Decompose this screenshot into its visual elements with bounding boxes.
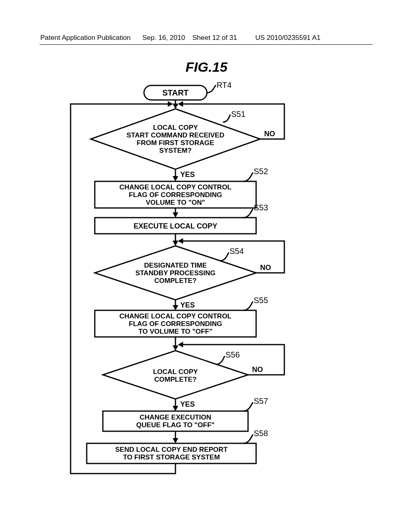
header-rule bbox=[40, 44, 373, 45]
header-left: Patent Application Publication bbox=[40, 34, 131, 42]
svg-marker-31 bbox=[178, 342, 183, 347]
svg-marker-13 bbox=[173, 212, 178, 218]
svg-marker-1 bbox=[173, 104, 178, 109]
s56-no: NO bbox=[252, 366, 263, 374]
svg-text:SEND LOCAL COPY END REPORT: SEND LOCAL COPY END REPORT bbox=[115, 446, 228, 453]
s51-ref: S51 bbox=[231, 110, 246, 118]
s58-ref: S58 bbox=[254, 429, 268, 438]
svg-text:START: START bbox=[162, 88, 188, 97]
svg-marker-36 bbox=[173, 438, 178, 443]
s57-process: CHANGE EXECUTION QUEUE FLAG TO "OFF" bbox=[103, 411, 248, 431]
svg-marker-32 bbox=[173, 406, 178, 411]
svg-text:LOCAL COPY: LOCAL COPY bbox=[153, 368, 198, 376]
s54-yes: YES bbox=[180, 301, 195, 309]
svg-text:VOLUME TO "ON": VOLUME TO "ON" bbox=[146, 199, 205, 206]
svg-marker-7 bbox=[178, 101, 183, 107]
svg-text:FROM FIRST STORAGE: FROM FIRST STORAGE bbox=[137, 139, 214, 147]
s51-yes: YES bbox=[180, 170, 195, 179]
svg-text:TO VOLUME TO "OFF": TO VOLUME TO "OFF" bbox=[138, 328, 213, 335]
s55-ref: S55 bbox=[254, 296, 268, 305]
s54-ref: S54 bbox=[229, 247, 244, 256]
s54-no: NO bbox=[260, 264, 271, 272]
start-node: START bbox=[144, 85, 207, 100]
svg-marker-16 bbox=[173, 241, 178, 246]
svg-text:FLAG OF CORRESPONDING: FLAG OF CORRESPONDING bbox=[129, 320, 222, 328]
s52-ref: S52 bbox=[254, 167, 268, 176]
svg-text:QUEUE FLAG TO "OFF": QUEUE FLAG TO "OFF" bbox=[136, 421, 215, 429]
svg-marker-40 bbox=[168, 101, 173, 107]
svg-marker-8 bbox=[173, 176, 178, 181]
header-date: Sep. 16, 2010 bbox=[142, 34, 185, 42]
s51-no: NO bbox=[264, 130, 275, 138]
figure-title: FIG.15 bbox=[0, 59, 413, 75]
flowchart: START RT4 LOCAL COPY START COMMAND RECEI… bbox=[71, 85, 353, 509]
s58-process: SEND LOCAL COPY END REPORT TO FIRST STOR… bbox=[87, 443, 256, 463]
header-sheet: Sheet 12 of 31 bbox=[192, 34, 237, 42]
svg-text:CHANGE LOCAL COPY CONTROL: CHANGE LOCAL COPY CONTROL bbox=[119, 183, 232, 191]
header-pubno: US 2010/0235591 A1 bbox=[255, 34, 321, 42]
s53-ref: S53 bbox=[254, 203, 268, 212]
svg-text:COMPLETE?: COMPLETE? bbox=[154, 277, 197, 285]
svg-text:FLAG OF CORRESPONDING: FLAG OF CORRESPONDING bbox=[129, 191, 222, 199]
svg-text:COMPLETE?: COMPLETE? bbox=[154, 376, 197, 383]
s53-process: EXECUTE LOCAL COPY bbox=[95, 218, 256, 234]
svg-text:CHANGE LOCAL COPY CONTROL: CHANGE LOCAL COPY CONTROL bbox=[119, 312, 232, 320]
s57-ref: S57 bbox=[254, 397, 268, 405]
s56-ref: S56 bbox=[225, 350, 240, 359]
svg-text:EXECUTE LOCAL COPY: EXECUTE LOCAL COPY bbox=[133, 222, 217, 230]
svg-text:TO FIRST STORAGE SYSTEM: TO FIRST STORAGE SYSTEM bbox=[123, 453, 220, 461]
svg-text:SYSTEM?: SYSTEM? bbox=[159, 147, 192, 154]
svg-marker-27 bbox=[173, 345, 178, 351]
svg-text:CHANGE EXECUTION: CHANGE EXECUTION bbox=[140, 414, 211, 421]
s52-process: CHANGE LOCAL COPY CONTROL FLAG OF CORRES… bbox=[95, 181, 256, 208]
svg-text:LOCAL COPY: LOCAL COPY bbox=[153, 124, 198, 131]
svg-text:STANDBY PROCESSING: STANDBY PROCESSING bbox=[136, 269, 216, 277]
s56-yes: YES bbox=[180, 400, 195, 408]
svg-text:START COMMAND RECEIVED: START COMMAND RECEIVED bbox=[127, 131, 224, 139]
svg-marker-22 bbox=[173, 305, 178, 310]
svg-marker-21 bbox=[178, 238, 183, 244]
rt-label: RT4 bbox=[217, 81, 232, 89]
svg-text:DESIGNATED TIME: DESIGNATED TIME bbox=[144, 262, 207, 269]
s55-process: CHANGE LOCAL COPY CONTROL FLAG OF CORRES… bbox=[95, 310, 256, 337]
